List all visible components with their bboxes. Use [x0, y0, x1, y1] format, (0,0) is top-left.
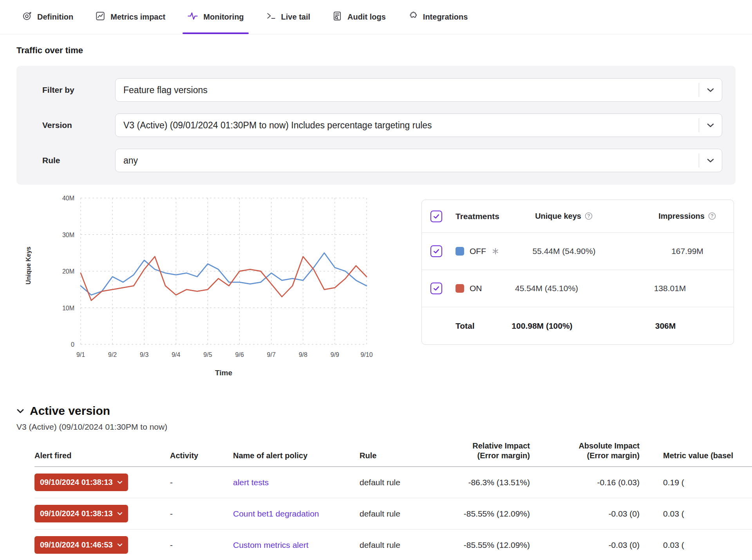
impressions-header: Impressions? — [629, 212, 734, 221]
total-impressions: 306M — [607, 321, 724, 331]
tab-integrations[interactable]: Integrations — [408, 0, 468, 34]
filter-row-rule: Rule any — [30, 149, 722, 172]
version-select[interactable]: V3 (Active) (09/01/2024 01:30PM to now) … — [115, 113, 722, 137]
chevron-down-icon — [117, 543, 123, 547]
tab-live-tail[interactable]: Live tail — [266, 0, 310, 34]
col-activity: Activity — [170, 441, 233, 467]
rule-cell: default rule — [360, 467, 426, 498]
rule-select[interactable]: any — [115, 149, 722, 172]
tab-definition[interactable]: Definition — [22, 0, 73, 34]
col-metric-value: Metric value (basel — [640, 441, 752, 467]
line-chart: 9/19/29/39/49/59/69/79/89/99/10010M20M30… — [22, 192, 394, 364]
x-axis-label: Time — [215, 369, 232, 377]
col-relative-impact: Relative Impact (Error margin) — [426, 441, 530, 467]
svg-text:9/3: 9/3 — [140, 351, 148, 358]
treatments-total-row: Total 100.98M (100%) 306M — [422, 307, 734, 344]
treatment-row-on: ON 45.54M (45.10%) 138.01M — [422, 270, 734, 307]
chevron-down-icon — [16, 409, 24, 414]
version-value: V3 (Active) (09/01/2024 01:30PM to now) … — [123, 120, 432, 131]
absolute-impact-cell: -0.03 (0) — [530, 498, 640, 529]
impressions-value: 138.01M — [611, 284, 729, 293]
absolute-impact-cell: -0.16 (0.03) — [530, 467, 640, 498]
active-version-subtitle: V3 (Active) (09/10/2024 01:30PM to now) — [16, 422, 752, 432]
col-rule: Rule — [360, 441, 426, 467]
off-checkbox[interactable] — [430, 245, 442, 257]
rule-value: any — [123, 155, 138, 166]
impressions-value: 167.99M — [629, 247, 734, 256]
alert-row: 09/10/2024 01:38:13 - Count bet1 degrada… — [34, 498, 752, 529]
activity-cell: - — [170, 529, 233, 560]
alerts-table-wrap: Alert fired Activity Name of alert polic… — [0, 441, 752, 560]
col-absolute-impact: Absolute Impact (Error margin) — [530, 441, 640, 467]
chevron-down-icon[interactable] — [699, 114, 722, 137]
svg-text:9/8: 9/8 — [299, 351, 307, 358]
treatments-header-row: Treatments Unique keys? Impressions? — [422, 200, 734, 233]
svg-text:0: 0 — [71, 341, 74, 348]
rule-label: Rule — [42, 156, 115, 165]
tab-metrics-impact[interactable]: Metrics impact — [95, 0, 165, 34]
alerts-table: Alert fired Activity Name of alert polic… — [34, 441, 752, 560]
svg-text:9/7: 9/7 — [267, 351, 276, 358]
default-treatment-icon — [492, 247, 499, 255]
version-label: Version — [42, 121, 115, 130]
puzzle-icon — [408, 11, 418, 23]
filter-by-label: Filter by — [42, 85, 115, 95]
tab-label: Integrations — [423, 13, 468, 22]
alert-policy-link[interactable]: Custom metrics alert — [233, 540, 309, 549]
active-version-section: Active version V3 (Active) (09/10/2024 0… — [16, 404, 752, 432]
svg-text:9/5: 9/5 — [203, 351, 212, 358]
svg-text:20M: 20M — [62, 268, 74, 275]
svg-text:9/4: 9/4 — [172, 351, 180, 358]
on-color-swatch — [456, 284, 464, 293]
rule-cell: default rule — [360, 529, 426, 560]
treatment-name: ON — [456, 284, 482, 293]
chevron-down-icon[interactable] — [699, 79, 722, 101]
chart-and-treatments: Unique Keys 9/19/29/39/49/59/69/79/89/99… — [0, 192, 752, 389]
filter-row-version: Version V3 (Active) (09/01/2024 01:30PM … — [30, 113, 722, 137]
col-alert-fired: Alert fired — [34, 441, 170, 467]
help-icon[interactable]: ? — [584, 212, 593, 220]
on-checkbox[interactable] — [430, 283, 442, 294]
svg-text:30M: 30M — [62, 232, 74, 238]
svg-text:9/2: 9/2 — [108, 351, 117, 358]
treatment-name: OFF — [456, 247, 499, 256]
svg-text:?: ? — [710, 213, 714, 219]
treatments-card: Treatments Unique keys? Impressions? OFF… — [421, 200, 734, 345]
tab-label: Metrics impact — [110, 13, 165, 22]
active-version-toggle[interactable]: Active version — [16, 404, 752, 418]
terminal-icon — [266, 11, 276, 23]
chevron-down-icon[interactable] — [699, 149, 722, 172]
active-version-title: Active version — [30, 404, 110, 418]
tab-audit-logs[interactable]: Audit logs — [332, 0, 386, 34]
unique-keys-header: Unique keys? — [499, 212, 629, 221]
tab-label: Live tail — [281, 13, 310, 22]
tab-label: Definition — [37, 13, 73, 22]
alert-row: 09/10/2024 01:38:13 - alert tests defaul… — [34, 467, 752, 498]
alert-row: 09/10/2024 01:46:53 - Custom metrics ale… — [34, 529, 752, 560]
treatment-row-off: OFF 55.44M (54.90%) 167.99M — [422, 233, 734, 270]
y-axis-label: Unique Keys — [25, 247, 32, 285]
svg-text:9/9: 9/9 — [331, 351, 339, 358]
select-all-checkbox[interactable] — [430, 211, 442, 222]
treatments-header: Treatments — [456, 212, 499, 221]
activity-cell: - — [170, 498, 233, 529]
relative-impact-cell: -86.3% (13.51%) — [426, 467, 530, 498]
alert-policy-link[interactable]: Count bet1 degradation — [233, 509, 319, 518]
total-unique-keys: 100.98M (100%) — [477, 321, 607, 331]
off-color-swatch — [456, 247, 464, 256]
help-icon[interactable]: ? — [708, 212, 716, 220]
metric-value-cell: 0.19 ( — [640, 467, 752, 498]
filter-panel: Filter by Feature flag versions Version … — [16, 66, 736, 185]
alert-fired-badge[interactable]: 09/10/2024 01:46:53 — [34, 536, 128, 554]
filter-by-select[interactable]: Feature flag versions — [115, 78, 722, 102]
unique-keys-value: 45.54M (45.10%) — [482, 284, 611, 293]
tab-monitoring[interactable]: Monitoring — [187, 0, 244, 34]
section-title-traffic-over-time: Traffic over time — [16, 45, 752, 56]
alerts-header-row: Alert fired Activity Name of alert polic… — [34, 441, 752, 467]
svg-text:40M: 40M — [62, 195, 74, 202]
alert-fired-badge[interactable]: 09/10/2024 01:38:13 — [34, 474, 128, 491]
chevron-down-icon — [117, 512, 123, 515]
alert-fired-badge[interactable]: 09/10/2024 01:38:13 — [34, 505, 128, 522]
relative-impact-cell: -85.55% (12.09%) — [426, 498, 530, 529]
alert-policy-link[interactable]: alert tests — [233, 478, 269, 487]
